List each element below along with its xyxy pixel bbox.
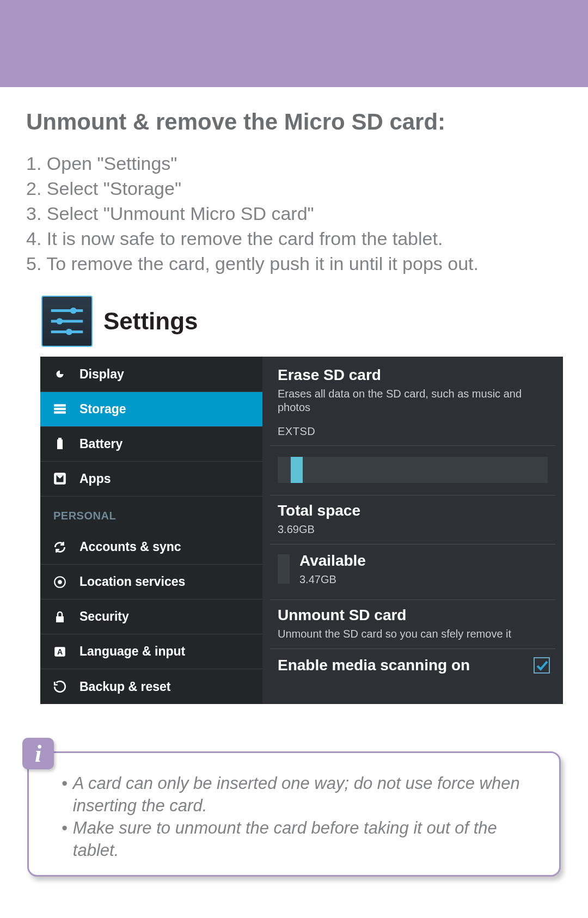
svg-point-15	[58, 580, 62, 584]
header-bar	[0, 0, 588, 87]
lock-icon	[51, 608, 69, 626]
media-scanning-title: Enable media scanning on	[278, 657, 470, 674]
storage-usage-bar	[278, 457, 548, 483]
sidebar-item-label: Accounts & sync	[79, 540, 181, 554]
sidebar-item-label: Language & input	[79, 644, 185, 659]
sidebar-section-personal: PERSONAL	[40, 497, 262, 530]
available-value: 3.47GB	[299, 573, 366, 586]
sidebar-item-label: Battery	[79, 437, 122, 451]
total-space-value: 3.69GB	[278, 523, 548, 536]
svg-point-1	[70, 308, 77, 314]
display-icon	[51, 365, 69, 383]
page-content: Unmount & remove the Micro SD card: 1. O…	[0, 87, 588, 704]
sidebar-item-label: Location services	[79, 574, 185, 589]
sidebar-item-language[interactable]: A Language & input	[40, 634, 262, 669]
settings-app-icon	[41, 296, 93, 347]
divider	[270, 445, 555, 446]
info-icon: i	[22, 738, 54, 769]
svg-point-5	[66, 329, 72, 335]
settings-sidebar: Display Storage Battery Apps PERS	[40, 357, 262, 704]
sidebar-item-label: Display	[79, 367, 124, 382]
media-scanning-checkbox[interactable]	[534, 657, 550, 674]
svg-text:A: A	[57, 647, 63, 656]
sidebar-item-label: Security	[79, 609, 129, 624]
storage-icon	[51, 400, 69, 418]
step-3: 3. Select "Unmount Micro SD card"	[26, 201, 562, 227]
info-callout: i •A card can only be inserted one way; …	[27, 751, 561, 877]
battery-icon	[51, 435, 69, 452]
step-4: 4. It is now safe to remove the card fro…	[26, 227, 562, 252]
svg-point-3	[57, 319, 63, 325]
location-icon	[51, 573, 69, 591]
available-color-swatch	[278, 554, 290, 584]
sidebar-item-security[interactable]: Security	[40, 599, 262, 634]
available-row: Available 3.47GB	[262, 544, 563, 592]
info-bullet-1: •A card can only be inserted one way; do…	[62, 773, 544, 817]
settings-label: Settings	[103, 308, 198, 335]
sidebar-item-battery[interactable]: Battery	[40, 427, 262, 462]
apps-icon	[51, 470, 69, 487]
extsd-label: EXTSD	[278, 425, 548, 438]
available-title: Available	[299, 552, 366, 570]
language-icon: A	[51, 643, 69, 660]
sidebar-item-label: Apps	[79, 472, 111, 486]
sidebar-item-backup[interactable]: Backup & reset	[40, 669, 262, 704]
svg-rect-16	[56, 616, 64, 622]
info-bullet-2: •Make sure to unmount the card before ta…	[62, 817, 544, 862]
step-2: 2. Select "Storage"	[26, 176, 562, 201]
media-scanning-row[interactable]: Enable media scanning on	[262, 649, 563, 674]
svg-rect-10	[57, 439, 63, 449]
step-1: 1. Open "Settings"	[26, 151, 562, 176]
sidebar-item-accounts-sync[interactable]: Accounts & sync	[40, 530, 262, 565]
sync-icon	[51, 538, 69, 556]
sidebar-item-storage[interactable]: Storage	[40, 392, 262, 427]
storage-usage-fill	[291, 457, 303, 483]
svg-rect-9	[54, 411, 66, 413]
backup-icon	[51, 678, 69, 695]
sidebar-item-label: Backup & reset	[79, 680, 170, 694]
unmount-sd-subtitle: Unmount the SD card so you can sfely rem…	[278, 627, 548, 641]
instruction-steps: 1. Open "Settings" 2. Select "Storage" 3…	[26, 151, 562, 276]
svg-rect-11	[58, 438, 62, 439]
unmount-sd-title[interactable]: Unmount SD card	[278, 607, 548, 624]
step-5: 5. To remove the card, gently push it in…	[26, 252, 562, 277]
svg-rect-8	[54, 408, 66, 410]
page-title: Unmount & remove the Micro SD card:	[26, 109, 562, 135]
settings-header: Settings	[41, 296, 562, 347]
settings-detail-panel: Erase SD card Erases all data on the SD …	[262, 357, 563, 704]
erase-sd-subtitle: Erases all data on the SD card, such as …	[278, 387, 548, 414]
total-space-title: Total space	[278, 502, 548, 519]
sidebar-item-apps[interactable]: Apps	[40, 462, 262, 497]
sidebar-item-location[interactable]: Location services	[40, 565, 262, 599]
erase-sd-title[interactable]: Erase SD card	[278, 366, 548, 384]
sidebar-item-label: Storage	[79, 402, 126, 417]
settings-screenshot: Display Storage Battery Apps PERS	[40, 357, 563, 704]
sidebar-item-display[interactable]: Display	[40, 357, 262, 391]
svg-rect-7	[54, 404, 66, 406]
